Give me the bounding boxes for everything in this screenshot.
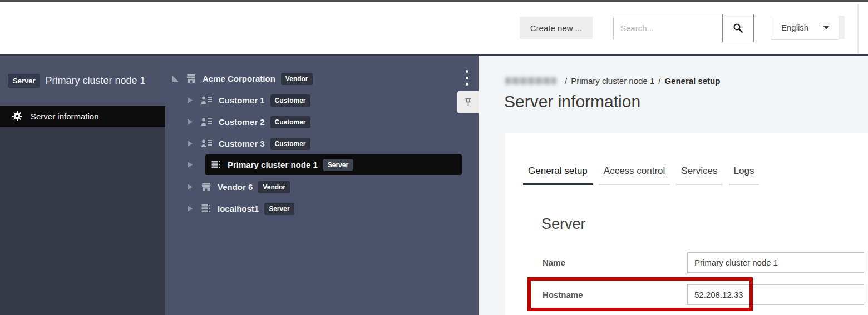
tree-node-type-badge: Vendor xyxy=(258,181,290,193)
object-tree-panel: Acme Corporation Vendor Customer 1 Custo… xyxy=(165,56,479,315)
create-new-button[interactable]: Create new ... xyxy=(520,17,593,39)
tab-logs[interactable]: Logs xyxy=(729,166,760,185)
server-icon xyxy=(201,204,211,213)
tab-services[interactable]: Services xyxy=(676,166,722,185)
breadcrumb: / Primary cluster node 1 / General setup xyxy=(505,76,720,86)
sidebar-header: Server Primary cluster node 1 xyxy=(0,56,165,106)
tree-node-label: Vendor 6 xyxy=(218,182,253,192)
tree-node-label: Primary cluster node 1 xyxy=(228,160,318,169)
field-row-name: Name xyxy=(542,252,865,273)
tree-collapsed-icon[interactable] xyxy=(186,183,194,191)
server-icon xyxy=(211,160,221,169)
pin-panel-button[interactable] xyxy=(457,91,479,113)
hostname-input[interactable] xyxy=(687,284,864,305)
header-divider xyxy=(857,4,859,56)
tree-node-type-badge: Customer xyxy=(270,94,310,107)
gear-icon xyxy=(12,111,22,121)
pin-icon xyxy=(463,97,473,107)
breadcrumb-separator: / xyxy=(565,76,567,86)
content-area: Server Primary cluster node 1 Server inf… xyxy=(0,56,868,315)
tree-row[interactable]: Vendor 6 Vendor xyxy=(165,176,479,198)
tree-collapsed-icon[interactable] xyxy=(186,97,194,104)
selected-node-highlight[interactable]: Primary cluster node 1 Server xyxy=(205,154,462,175)
tree-row[interactable]: localhost1 Server xyxy=(165,198,479,219)
tree-node-label: Acme Corporation xyxy=(203,74,275,83)
tab-access-control[interactable]: Access control xyxy=(599,166,670,185)
tree-collapsed-icon[interactable] xyxy=(186,161,194,168)
tree-collapsed-icon[interactable] xyxy=(186,118,194,126)
tree-node-type-badge: Customer xyxy=(270,116,310,128)
customer-icon xyxy=(201,96,213,104)
tree-row-selected[interactable]: Primary cluster node 1 Server xyxy=(165,154,479,176)
tree-menu-kebab-icon[interactable] xyxy=(462,69,472,87)
hostname-field-label: Hostname xyxy=(542,284,583,305)
chevron-down-icon xyxy=(823,26,830,29)
search-button[interactable] xyxy=(722,14,754,42)
customer-icon xyxy=(201,118,213,126)
tree-expanded-icon[interactable] xyxy=(171,75,179,82)
page-title: Server information xyxy=(504,92,640,111)
breadcrumb-separator: / xyxy=(658,76,660,86)
tree-node-type-badge: Customer xyxy=(270,138,310,150)
breadcrumb-item[interactable]: Primary cluster node 1 xyxy=(571,76,654,86)
tree-row[interactable]: Customer 1 Customer xyxy=(165,89,479,111)
search-icon xyxy=(733,23,743,33)
tree-node-label: Customer 2 xyxy=(219,117,265,127)
tree-node-type-badge: Vendor xyxy=(281,73,313,85)
name-field-label: Name xyxy=(542,252,565,273)
name-input[interactable] xyxy=(687,252,864,273)
section-title: Server xyxy=(541,216,586,233)
left-sidebar: Server Primary cluster node 1 Server inf… xyxy=(0,56,165,315)
tree-collapsed-icon[interactable] xyxy=(186,140,194,147)
tree-row[interactable]: Customer 3 Customer xyxy=(165,133,479,154)
store-icon xyxy=(201,182,211,192)
customer-icon xyxy=(201,139,213,148)
tree-node-type-badge: Server xyxy=(323,159,353,171)
app-root: Create new ... English Server Primary cl… xyxy=(0,0,868,315)
tree-node-type-badge: Server xyxy=(264,203,294,215)
tree-row[interactable]: Customer 2 Customer xyxy=(165,111,479,133)
tree-node-label: Customer 3 xyxy=(219,139,265,148)
sidebar-item-label: Server information xyxy=(31,112,99,121)
top-header: Create new ... English xyxy=(0,0,868,56)
search-input[interactable] xyxy=(613,17,723,39)
object-type-badge: Server xyxy=(8,74,40,88)
sidebar-title: Primary cluster node 1 xyxy=(45,75,145,87)
tree-collapsed-icon[interactable] xyxy=(186,205,194,212)
main-panel: / Primary cluster node 1 / General setup… xyxy=(479,56,868,315)
breadcrumb-current: General setup xyxy=(664,76,720,86)
language-selected-value: English xyxy=(781,23,808,32)
tree-node-label: Customer 1 xyxy=(219,96,265,105)
breadcrumb-redacted-segment xyxy=(505,77,556,84)
tab-bar: General setup Access control Services Lo… xyxy=(523,166,765,185)
store-icon xyxy=(186,74,196,83)
field-row-hostname: Hostname xyxy=(542,284,865,305)
tree-node-label: localhost1 xyxy=(218,204,259,213)
settings-card: General setup Access control Services Lo… xyxy=(505,133,868,315)
tree-row[interactable]: Acme Corporation Vendor xyxy=(165,68,479,89)
sidebar-item-server-information[interactable]: Server information xyxy=(0,106,165,127)
language-dropdown[interactable]: English xyxy=(771,16,839,39)
tab-general-setup[interactable]: General setup xyxy=(523,166,593,185)
